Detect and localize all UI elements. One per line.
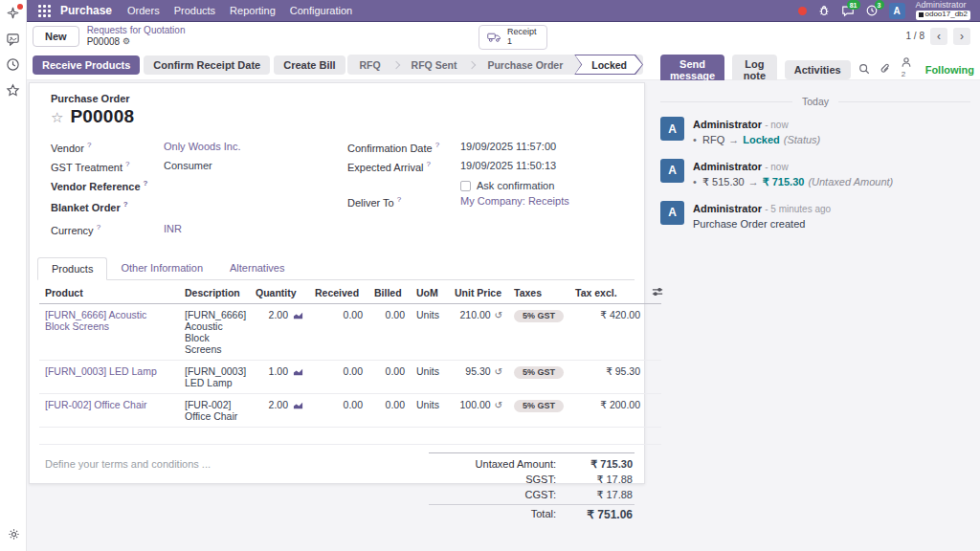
table-row[interactable]: [FUR-002] Office Chair [FUR-002] Office …: [39, 394, 661, 428]
unit-price-cell[interactable]: 95.30: [465, 365, 490, 377]
message-author[interactable]: Administrator: [693, 203, 762, 214]
product-link[interactable]: [FURN_6666] Acoustic Block Screens: [45, 309, 146, 332]
unit-price-cell[interactable]: 100.00: [459, 399, 490, 410]
message-body: Purchase Order created: [693, 217, 831, 232]
receive-products-button[interactable]: Receive Products: [33, 55, 140, 75]
breadcrumb-parent[interactable]: Requests for Quotation: [87, 25, 186, 36]
avatar[interactable]: A: [660, 201, 684, 225]
tax-tag[interactable]: 5% GST: [514, 400, 564, 412]
received-cell[interactable]: 0.00: [309, 394, 368, 428]
uom-cell[interactable]: Units: [411, 394, 449, 428]
forecast-icon[interactable]: [293, 400, 303, 410]
avatar[interactable]: A: [660, 117, 684, 141]
activities-icon[interactable]: 3: [865, 4, 879, 17]
uom-cell[interactable]: Units: [411, 304, 449, 361]
forecast-icon[interactable]: [293, 366, 303, 377]
price-history-icon[interactable]: ↺: [495, 366, 502, 377]
message-time: - 5 minutes ago: [765, 204, 831, 214]
quantity-cell[interactable]: 2.00: [269, 399, 288, 410]
message-author[interactable]: Administrator: [693, 119, 762, 130]
col-subtotal[interactable]: Tax excl.: [569, 280, 646, 304]
status-step-locked[interactable]: Locked: [574, 55, 643, 75]
menu-configuration[interactable]: Configuration: [290, 5, 352, 16]
search-messages-icon[interactable]: [858, 63, 870, 77]
received-cell[interactable]: 0.00: [309, 304, 368, 361]
following-toggle[interactable]: Following: [925, 64, 974, 76]
favorite-star-icon[interactable]: ☆: [51, 110, 63, 124]
debug-icon[interactable]: [817, 4, 831, 17]
price-history-icon[interactable]: ↺: [495, 400, 502, 410]
menu-products[interactable]: Products: [174, 5, 215, 16]
breadcrumb-row: New Requests for Quotation P00008 ⚙ Rece…: [27, 22, 980, 50]
col-quantity[interactable]: Quantity: [250, 280, 309, 304]
status-step-purchase-order[interactable]: Purchase Order: [476, 56, 574, 74]
pager-next-icon[interactable]: ›: [953, 28, 970, 45]
unit-price-cell[interactable]: 210.00: [459, 309, 490, 320]
confirmation-date-field[interactable]: 19/09/2025 11:57:00: [460, 141, 556, 152]
terms-input[interactable]: Define your terms and conditions ...: [39, 452, 429, 523]
empty-line-row: [39, 428, 661, 445]
activities-button[interactable]: Activities: [785, 60, 851, 79]
confirm-receipt-date-button[interactable]: Confirm Receipt Date: [144, 55, 270, 75]
apps-menu-icon[interactable]: [38, 5, 51, 17]
tab-products[interactable]: Products: [37, 257, 107, 280]
received-cell[interactable]: 0.00: [309, 361, 368, 394]
table-row[interactable]: [FURN_0003] LED Lamp [FURN_0003] LED Lam…: [39, 361, 661, 394]
menu-reporting[interactable]: Reporting: [230, 5, 276, 16]
ask-confirmation-label: Ask confirmation: [477, 180, 554, 191]
price-history-icon[interactable]: ↺: [495, 310, 502, 320]
tab-alternatives[interactable]: Alternatives: [216, 257, 298, 280]
followers-icon[interactable]: 2: [901, 56, 912, 83]
description-cell[interactable]: [FURN_0003] LED Lamp: [179, 361, 250, 394]
col-product[interactable]: Product: [39, 280, 179, 304]
chat-icon[interactable]: [6, 32, 20, 46]
gst-treatment-field[interactable]: Consumer: [164, 160, 212, 171]
sparkle-icon[interactable]: [6, 6, 20, 20]
avatar[interactable]: A: [660, 159, 684, 183]
app-name[interactable]: Purchase: [60, 4, 112, 17]
status-step-rfq[interactable]: RFQ: [347, 56, 391, 74]
expected-arrival-label: Expected Arrival ?: [347, 160, 460, 173]
receipt-smart-button[interactable]: Receipt 1: [479, 25, 547, 50]
vendor-field[interactable]: Only Woods Inc.: [164, 141, 241, 152]
quantity-cell[interactable]: 2.00: [269, 309, 288, 320]
messages-icon[interactable]: 81: [841, 4, 855, 17]
status-step-rfq-sent[interactable]: RFQ Sent: [400, 56, 469, 74]
control-panel: New Requests for Quotation P00008 ⚙ Rece…: [27, 22, 980, 80]
quantity-cell[interactable]: 1.00: [269, 365, 288, 377]
currency-field[interactable]: INR: [164, 223, 182, 234]
tax-tag[interactable]: 5% GST: [514, 310, 564, 322]
product-link[interactable]: [FURN_0003] LED Lamp: [45, 365, 157, 377]
description-cell[interactable]: [FUR-002] Office Chair: [179, 394, 250, 428]
settings-gear-icon[interactable]: [7, 527, 21, 541]
message-author[interactable]: Administrator: [693, 161, 762, 172]
create-bill-button[interactable]: Create Bill: [274, 55, 345, 75]
col-unit-price[interactable]: Unit Price: [449, 280, 508, 304]
ask-confirmation-checkbox[interactable]: [460, 181, 471, 191]
description-cell[interactable]: [FURN_6666] Acoustic Block Screens: [179, 304, 250, 361]
record-indicator-icon[interactable]: [798, 7, 807, 15]
tab-other-information[interactable]: Other Information: [107, 257, 216, 280]
tax-tag[interactable]: 5% GST: [514, 366, 564, 379]
col-billed[interactable]: Billed: [368, 280, 411, 304]
menu-orders[interactable]: Orders: [127, 5, 160, 16]
attachment-icon[interactable]: [880, 63, 891, 77]
col-description[interactable]: Description: [179, 280, 250, 304]
user-menu[interactable]: Administrator odoo17_db2: [916, 1, 971, 20]
new-button[interactable]: New: [33, 26, 79, 47]
clock-icon[interactable]: [6, 57, 20, 72]
star-icon[interactable]: [6, 83, 20, 98]
col-received[interactable]: Received: [309, 280, 368, 304]
uom-cell[interactable]: Units: [411, 361, 449, 394]
col-uom[interactable]: UoM: [411, 280, 449, 304]
table-row[interactable]: [FURN_6666] Acoustic Block Screens [FURN…: [39, 304, 661, 361]
action-gear-icon[interactable]: ⚙: [122, 36, 130, 46]
user-avatar[interactable]: A: [889, 3, 905, 19]
product-link[interactable]: [FUR-002] Office Chair: [45, 399, 147, 410]
col-taxes[interactable]: Taxes: [508, 280, 569, 304]
deliver-to-field[interactable]: My Company: Receipts: [460, 195, 569, 207]
expected-arrival-field[interactable]: 19/09/2025 11:50:13: [460, 160, 556, 171]
forecast-icon[interactable]: [293, 310, 303, 320]
pager-prev-icon[interactable]: ‹: [930, 28, 947, 45]
billed-cell: 0.00: [368, 394, 411, 428]
